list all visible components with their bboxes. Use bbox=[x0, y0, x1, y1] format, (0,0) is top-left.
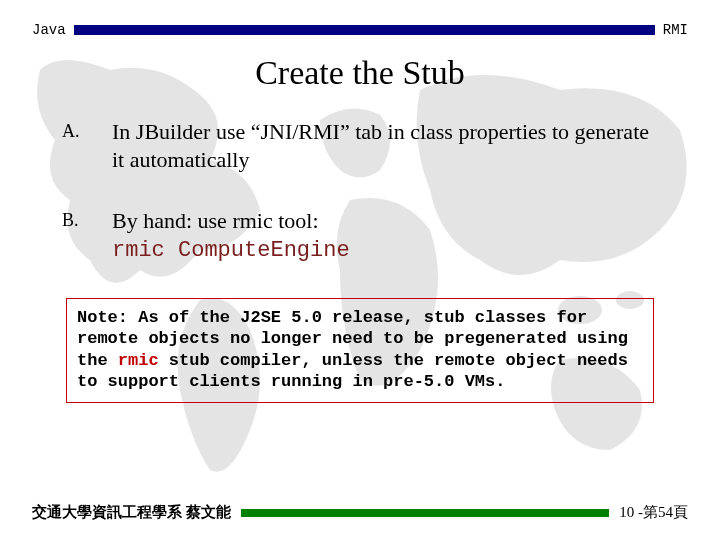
content-list: A. In JBuilder use “JNI/RMI” tab in clas… bbox=[32, 118, 688, 264]
page-title: Create the Stub bbox=[32, 54, 688, 92]
note-suffix: stub compiler, unless the remote object … bbox=[77, 351, 628, 391]
footer-rule bbox=[241, 509, 610, 517]
note-box: Note: As of the J2SE 5.0 release, stub c… bbox=[66, 298, 654, 403]
header-rule bbox=[74, 25, 655, 35]
header-bar: Java RMI bbox=[32, 22, 688, 38]
note-rmic-keyword: rmic bbox=[118, 351, 159, 370]
header-right-text: RMI bbox=[663, 22, 688, 38]
code-snippet: rmic ComputeEngine bbox=[112, 238, 350, 263]
footer-author: 交通大學資訊工程學系 蔡文能 bbox=[32, 503, 231, 522]
list-text-b: By hand: use rmic tool: rmic ComputeEngi… bbox=[112, 207, 350, 264]
footer-page-number: 10 -第54頁 bbox=[619, 503, 688, 522]
slide: Java RMI Create the Stub A. In JBuilder … bbox=[0, 0, 720, 540]
list-marker-b: B. bbox=[62, 207, 84, 264]
list-text-a: In JBuilder use “JNI/RMI” tab in class p… bbox=[112, 118, 658, 173]
header-left-text: Java bbox=[32, 22, 66, 38]
list-item: B. By hand: use rmic tool: rmic ComputeE… bbox=[62, 207, 658, 264]
list-item: A. In JBuilder use “JNI/RMI” tab in clas… bbox=[62, 118, 658, 173]
list-text-b-line1: By hand: use rmic tool: bbox=[112, 208, 319, 233]
list-marker-a: A. bbox=[62, 118, 84, 173]
footer-bar: 交通大學資訊工程學系 蔡文能 10 -第54頁 bbox=[32, 503, 688, 522]
